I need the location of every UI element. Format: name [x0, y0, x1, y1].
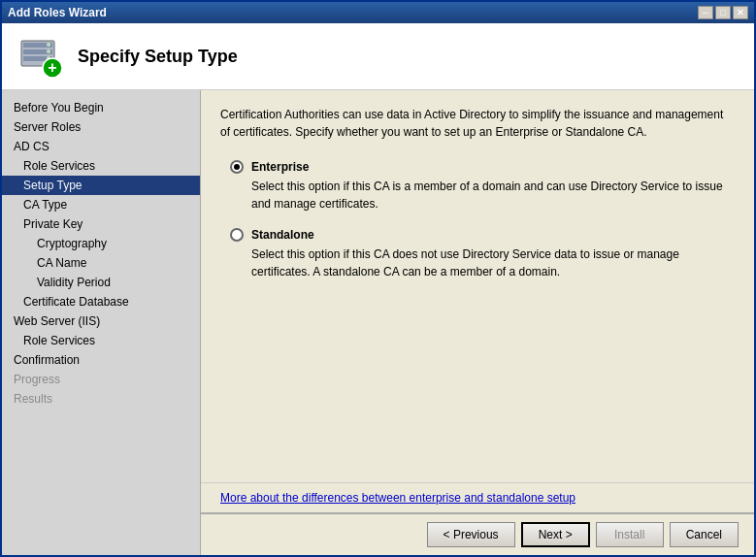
standalone-radio-row[interactable]: Standalone: [230, 228, 735, 242]
next-button[interactable]: Next >: [521, 522, 590, 547]
sidebar-item-role-services[interactable]: Role Services: [2, 156, 200, 176]
window-title: Add Roles Wizard: [8, 6, 107, 19]
description-text: Certification Authorities can use data i…: [220, 106, 735, 141]
sidebar-item-web-server-(iis)[interactable]: Web Server (IIS): [2, 311, 200, 331]
minimize-button[interactable]: ─: [698, 6, 713, 19]
svg-text:+: +: [48, 59, 56, 76]
maximize-button[interactable]: □: [715, 6, 731, 19]
enterprise-radio-row[interactable]: Enterprise: [230, 160, 735, 174]
sidebar-item-certificate-database[interactable]: Certificate Database: [2, 292, 200, 311]
sidebar-item-server-roles[interactable]: Server Roles: [2, 117, 200, 137]
more-info-link[interactable]: More about the differences between enter…: [220, 491, 575, 505]
title-bar-buttons: ─ □ ✕: [698, 6, 748, 19]
standalone-radio[interactable]: [230, 228, 244, 242]
install-button[interactable]: Install: [596, 522, 664, 547]
wizard-icon: +: [17, 33, 64, 80]
enterprise-option: Enterprise Select this option if this CA…: [230, 160, 735, 213]
enterprise-description: Select this option if this CA is a membe…: [251, 178, 735, 213]
wizard-footer: < Previous Next > Install Cancel: [201, 512, 754, 555]
enterprise-radio[interactable]: [230, 160, 244, 174]
standalone-description: Select this option if this CA does not u…: [251, 246, 735, 280]
main-panel: Certification Authorities can use data i…: [201, 90, 754, 555]
sidebar-item-setup-type[interactable]: Setup Type: [2, 176, 200, 195]
sidebar-item-cryptography[interactable]: Cryptography: [2, 234, 200, 253]
wizard-window: Add Roles Wizard ─ □ ✕ + Spec: [0, 0, 756, 557]
sidebar-item-ad-cs[interactable]: AD CS: [2, 137, 200, 156]
svg-point-4: [47, 43, 50, 47]
standalone-label: Standalone: [251, 228, 314, 242]
sidebar-item-results: Results: [2, 389, 200, 409]
sidebar-item-before-you-begin[interactable]: Before You Begin: [2, 98, 200, 117]
sidebar-item-confirmation[interactable]: Confirmation: [2, 350, 200, 370]
wizard-body: Before You BeginServer RolesAD CSRole Se…: [2, 90, 754, 555]
sidebar-item-ca-type[interactable]: CA Type: [2, 195, 200, 214]
sidebar: Before You BeginServer RolesAD CSRole Se…: [2, 90, 201, 555]
header-icon: +: [17, 33, 64, 80]
sidebar-item-validity-period[interactable]: Validity Period: [2, 273, 200, 292]
previous-button[interactable]: < Previous: [427, 522, 515, 547]
sidebar-item-role-services[interactable]: Role Services: [2, 331, 200, 350]
link-area: More about the differences between enter…: [201, 482, 754, 512]
main-content: Certification Authorities can use data i…: [201, 90, 754, 482]
options-container: Enterprise Select this option if this CA…: [230, 160, 735, 280]
sidebar-item-progress: Progress: [2, 370, 200, 389]
sidebar-item-ca-name[interactable]: CA Name: [2, 253, 200, 273]
close-button[interactable]: ✕: [733, 6, 748, 19]
svg-point-5: [47, 49, 50, 53]
sidebar-item-private-key[interactable]: Private Key: [2, 214, 200, 234]
page-title: Specify Setup Type: [78, 47, 238, 67]
standalone-option: Standalone Select this option if this CA…: [230, 228, 735, 280]
wizard-header: + Specify Setup Type: [2, 23, 754, 90]
title-bar: Add Roles Wizard ─ □ ✕: [2, 2, 754, 23]
enterprise-label: Enterprise: [251, 160, 309, 174]
cancel-button[interactable]: Cancel: [670, 522, 739, 547]
